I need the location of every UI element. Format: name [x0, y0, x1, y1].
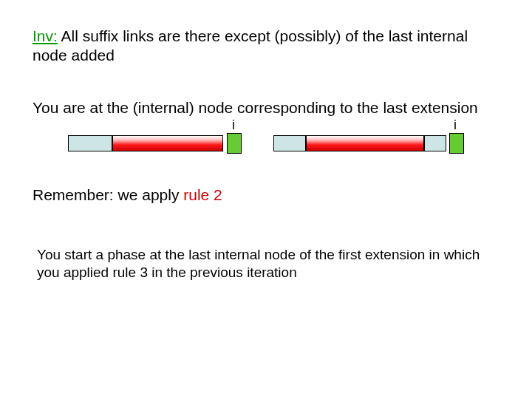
rule-2-text: rule 2 — [183, 186, 222, 203]
node-position-text: You are at the (internal) node correspon… — [33, 98, 499, 117]
index-label-left: i — [232, 117, 235, 133]
slide: Inv: All suffix links are there except (… — [0, 0, 532, 399]
remember-text: Remember: we apply — [33, 186, 183, 203]
spacer — [33, 205, 499, 246]
invariant-line: Inv: All suffix links are there except (… — [33, 27, 499, 66]
invariant-label: Inv: — [33, 27, 58, 44]
segment-prefix — [68, 135, 112, 151]
spacer — [33, 66, 499, 98]
bar-row-left — [68, 135, 260, 151]
sequence-right: i — [273, 120, 480, 165]
sequence-diagram: i i — [33, 120, 499, 165]
segment-match — [112, 135, 223, 151]
segment-prefix — [273, 135, 306, 151]
bar-row-right — [273, 135, 480, 151]
segment-new-char — [227, 133, 242, 154]
segment-match — [306, 135, 424, 151]
remember-line: Remember: we apply rule 2 — [33, 185, 499, 205]
phase-start-text: You start a phase at the last internal n… — [33, 246, 499, 282]
index-label-right: i — [454, 117, 457, 133]
segment-suffix — [424, 135, 446, 151]
sequence-left: i — [68, 120, 260, 165]
segment-new-char — [449, 133, 464, 154]
invariant-text: All suffix links are there except (possi… — [33, 27, 468, 64]
